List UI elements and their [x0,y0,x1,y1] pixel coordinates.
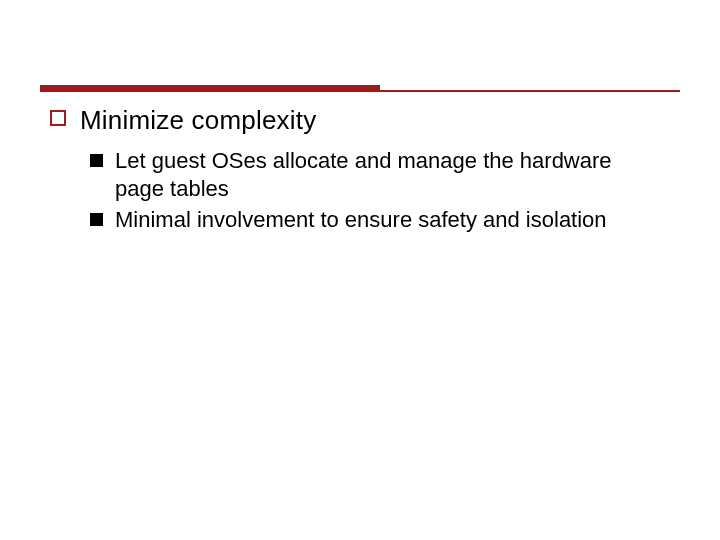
bullet-level2: Minimal involvement to ensure safety and… [90,206,670,235]
subitem-text: Let guest OSes allocate and manage the h… [115,147,635,204]
slide-content: Minimize complexity Let guest OSes alloc… [0,90,720,234]
bullet-level2: Let guest OSes allocate and manage the h… [90,147,670,204]
filled-square-icon [90,213,103,226]
subitem-text: Minimal involvement to ensure safety and… [115,206,607,235]
hollow-square-icon [50,110,66,126]
slide: Minimize complexity Let guest OSes alloc… [0,0,720,540]
heading-text: Minimize complexity [80,104,316,137]
sub-bullet-list: Let guest OSes allocate and manage the h… [50,143,670,235]
bullet-level1: Minimize complexity [50,104,670,137]
header-rule-thick [40,85,380,92]
filled-square-icon [90,154,103,167]
